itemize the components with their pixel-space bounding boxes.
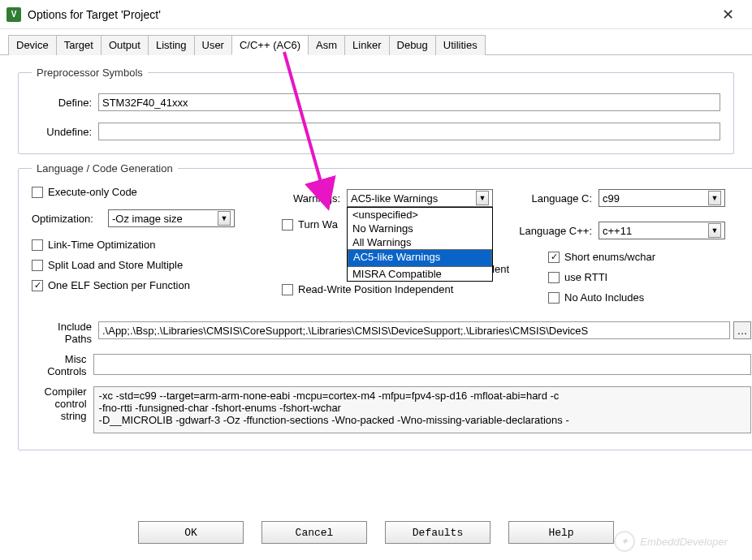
split-load-label: Split Load and Store Multiple <box>48 259 183 271</box>
warnings-option-none[interactable]: No Warnings <box>348 222 492 235</box>
warnings-option-unspecified[interactable]: <unspecified> <box>348 208 492 222</box>
app-icon: V <box>6 7 21 22</box>
warnings-dropdown-list: <unspecified> No Warnings All Warnings A… <box>347 207 493 282</box>
tab-target[interactable]: Target <box>56 35 102 55</box>
cancel-button[interactable]: Cancel <box>261 521 367 544</box>
warnings-select[interactable]: AC5-like Warnings ▼ <box>347 189 493 207</box>
undefine-label: Undefine: <box>32 126 98 138</box>
tab-listing[interactable]: Listing <box>148 35 195 55</box>
no-auto-inc-checkbox[interactable]: No Auto Includes <box>548 291 751 304</box>
langc-label: Language C: <box>516 192 599 205</box>
tab-debug[interactable]: Debug <box>389 35 436 55</box>
language-group: Language / Code Generation Execute-only … <box>18 162 752 450</box>
optimization-label: Optimization: <box>32 213 108 225</box>
short-enums-checkbox[interactable]: Short enums/wchar <box>548 251 751 263</box>
split-load-checkbox[interactable]: Split Load and Store Multiple <box>32 259 275 271</box>
language-legend: Language / Code Generation <box>32 162 178 174</box>
undefine-input[interactable] <box>98 123 720 140</box>
tab-user[interactable]: User <box>194 35 232 55</box>
rw-pos-ind-checkbox[interactable]: Read-Write Position Independent <box>282 283 509 295</box>
window-title: Options for Target 'Project' <box>28 8 710 21</box>
lto-label: Link-Time Optimization <box>48 239 155 251</box>
preprocessor-group: Preprocessor Symbols Define: Undefine: <box>18 67 734 154</box>
warnings-option-ac5[interactable]: AC5-like Warnings <box>348 249 492 267</box>
no-auto-inc-label: No Auto Includes <box>564 291 644 304</box>
execute-only-checkbox[interactable]: Execute-only Code <box>32 186 275 198</box>
turn-warnings-label: Turn Wa <box>298 218 338 230</box>
compiler-string-display: -xc -std=c99 --target=arm-arm-none-eabi … <box>93 386 751 433</box>
optimization-value: -Oz image size <box>112 213 183 225</box>
langcpp-label: Language C++: <box>516 225 599 237</box>
use-rtti-checkbox[interactable]: use RTTI <box>548 271 751 283</box>
tab-cpp-ac6[interactable]: C/C++ (AC6) <box>231 35 309 55</box>
include-paths-browse-button[interactable]: … <box>733 321 751 339</box>
rw-pos-ind-label: Read-Write Position Independent <box>298 283 453 295</box>
chevron-down-icon: ▼ <box>476 191 489 205</box>
define-input[interactable] <box>98 93 720 111</box>
tab-output[interactable]: Output <box>101 35 149 55</box>
chevron-down-icon: ▼ <box>708 223 721 238</box>
wechat-icon: ✦ <box>614 531 635 552</box>
misc-controls-label: Misc Controls <box>32 354 93 378</box>
warnings-option-all[interactable]: All Warnings <box>348 235 492 249</box>
warnings-value: AC5-like Warnings <box>351 192 438 205</box>
optimization-select[interactable]: -Oz image size ▼ <box>108 209 235 227</box>
tab-linker[interactable]: Linker <box>344 35 389 55</box>
misc-controls-input[interactable] <box>93 354 751 375</box>
compiler-string-label: Compiler control string <box>32 386 93 423</box>
help-button[interactable]: Help <box>508 521 614 544</box>
title-bar: V Options for Target 'Project' ✕ <box>0 0 752 29</box>
watermark: ✦ EmbeddDeveloper <box>614 531 728 552</box>
close-button[interactable]: ✕ <box>710 0 746 29</box>
use-rtti-label: use RTTI <box>564 271 607 283</box>
chevron-down-icon: ▼ <box>218 211 231 226</box>
execute-only-label: Execute-only Code <box>48 186 137 198</box>
preprocessor-legend: Preprocessor Symbols <box>32 67 148 79</box>
watermark-text: EmbeddDeveloper <box>640 536 728 548</box>
lto-checkbox[interactable]: Link-Time Optimization <box>32 239 275 251</box>
defaults-button[interactable]: Defaults <box>385 521 491 544</box>
langc-value: c99 <box>603 192 620 205</box>
langc-select[interactable]: c99 ▼ <box>599 189 725 207</box>
warnings-label: Warnings: <box>282 192 347 205</box>
langcpp-select[interactable]: c++11 ▼ <box>599 222 725 239</box>
include-paths-input[interactable] <box>98 321 730 339</box>
chevron-down-icon: ▼ <box>708 191 721 205</box>
define-label: Define: <box>32 97 98 109</box>
ok-button[interactable]: OK <box>138 521 244 544</box>
short-enums-label: Short enums/wchar <box>564 251 655 263</box>
warnings-option-misra[interactable]: MISRA Compatible <box>348 267 492 281</box>
tab-strip: Device Target Output Listing User C/C++ … <box>0 29 752 55</box>
include-paths-label: Include Paths <box>32 321 98 346</box>
content-pane: Preprocessor Symbols Define: Undefine: L… <box>0 55 752 470</box>
tab-asm[interactable]: Asm <box>308 35 345 55</box>
one-elf-checkbox[interactable]: One ELF Section per Function <box>32 279 275 291</box>
tab-utilities[interactable]: Utilities <box>435 35 486 55</box>
langcpp-value: c++11 <box>603 225 632 237</box>
one-elf-label: One ELF Section per Function <box>48 279 190 291</box>
tab-device[interactable]: Device <box>8 35 57 55</box>
